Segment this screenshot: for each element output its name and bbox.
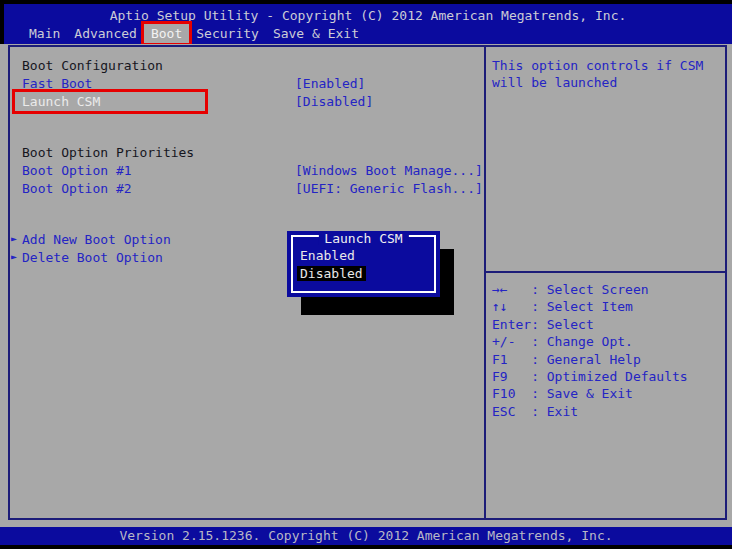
boot-configuration-heading: Boot Configuration: [22, 58, 163, 73]
version-bar: Version 2.15.1236. Copyright (C) 2012 Am…: [0, 527, 732, 545]
app-title: Aptio Setup Utility - Copyright (C) 2012…: [4, 8, 732, 23]
boot-option-1-label: Boot Option #1: [22, 163, 132, 178]
add-new-boot-option-label: Add New Boot Option: [22, 232, 171, 247]
legend-row-select-item: ↑↓ : Select Item: [492, 298, 723, 315]
boot-option-priorities-heading: Boot Option Priorities: [22, 145, 194, 160]
delete-boot-option-label: Delete Boot Option: [22, 250, 163, 265]
bios-setup-screen: Aptio Setup Utility - Copyright (C) 2012…: [0, 0, 732, 549]
fast-boot-value: [Enabled]: [295, 76, 365, 91]
launch-csm-label: Launch CSM: [22, 94, 100, 109]
legend-row-enter-select: Enter: Select: [492, 316, 723, 333]
help-text: This option controls if CSM will be laun…: [492, 57, 718, 91]
help-panel: This option controls if CSM will be laun…: [484, 45, 727, 520]
launch-csm-value: [Disabled]: [295, 94, 373, 109]
boot-option-2-label: Boot Option #2: [22, 181, 132, 196]
submenu-arrow-icon: ►: [11, 233, 17, 244]
submenu-arrow-icon: ►: [11, 251, 17, 262]
panel-divider: [486, 271, 725, 273]
key-legend: →← : Select Screen ↑↓ : Select Item Ente…: [492, 281, 723, 420]
popup-option-disabled[interactable]: Disabled: [297, 266, 366, 281]
launch-csm-row[interactable]: Launch CSM [Disabled]: [10, 94, 482, 109]
tab-save-exit[interactable]: Save & Exit: [266, 24, 366, 43]
legend-row-save-exit: F10 : Save & Exit: [492, 385, 723, 402]
tab-advanced[interactable]: Advanced: [67, 24, 144, 43]
fast-boot-label: Fast Boot: [22, 76, 92, 91]
legend-row-general-help: F1 : General Help: [492, 351, 723, 368]
legend-row-select-screen: →← : Select Screen: [492, 281, 723, 298]
tab-security[interactable]: Security: [189, 24, 266, 43]
legend-row-optimized-defaults: F9 : Optimized Defaults: [492, 368, 723, 385]
legend-row-exit: ESC : Exit: [492, 403, 723, 420]
popup-title: Launch CSM: [318, 232, 408, 245]
boot-option-2-row[interactable]: Boot Option #2 [UEFI: Generic Flash...]: [10, 181, 482, 196]
launch-csm-popup: Launch CSM Enabled Disabled: [287, 231, 440, 297]
tab-main[interactable]: Main: [22, 24, 67, 43]
legend-row-change-opt: +/- : Change Opt.: [492, 333, 723, 350]
tab-boot[interactable]: Boot: [144, 24, 189, 43]
boot-option-2-value: [UEFI: Generic Flash...]: [295, 181, 483, 196]
boot-option-1-value: [Windows Boot Manage...]: [295, 163, 483, 178]
fast-boot-row[interactable]: Fast Boot [Enabled]: [10, 76, 482, 91]
title-bar: Aptio Setup Utility - Copyright (C) 2012…: [4, 4, 732, 44]
boot-option-1-row[interactable]: Boot Option #1 [Windows Boot Manage...]: [10, 163, 482, 178]
popup-option-enabled[interactable]: Enabled: [297, 248, 358, 263]
menu-bar: Main Advanced Boot Security Save & Exit: [22, 24, 366, 43]
